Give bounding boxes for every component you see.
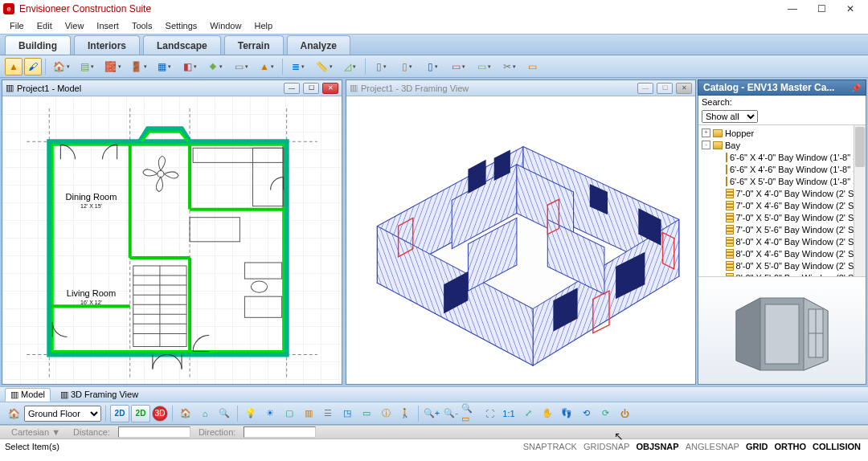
floor-selector[interactable]: Ground Floor [24,406,101,422]
tree-item[interactable]: 6'-6" X 4'-0" Bay Window (1'-8" Sid [698,151,866,163]
menu-help[interactable]: Help [249,19,277,32]
doc-minimize-button[interactable]: — [637,83,653,94]
expand-icon[interactable]: + [702,129,710,137]
brush-button[interactable]: 🖌 [24,58,42,75]
feet-button[interactable]: 👣 [558,405,575,422]
home-blue-button[interactable]: 🏠 [177,405,194,422]
zoom-to-button[interactable]: 🔍 [215,405,233,422]
cursor-button[interactable]: ▲ [5,58,23,75]
doc-close-button[interactable]: ✕ [322,83,338,94]
catalog-filter-select[interactable]: Show all [702,110,758,123]
snap-gridsnap[interactable]: GRIDSNAP [581,442,632,451]
tab-terrain[interactable]: Terrain [224,35,284,55]
catalog-scrollbar[interactable] [854,125,866,276]
rotate-l-button[interactable]: ⟲ [577,405,595,422]
tree-item[interactable]: 8'-0" X 5'-6" Bay Window (2' Side [698,271,866,277]
doc-close-button[interactable]: ✕ [676,83,692,94]
tab-interiors[interactable]: Interiors [74,35,140,55]
document-model-titlebar[interactable]: ▥ Project1 - Model — ☐ ✕ [2,80,342,96]
hand-button[interactable]: ✋ [538,405,556,422]
walk-button[interactable]: 🚶 [396,405,414,422]
snap-anglesnap[interactable]: ANGLESNAP [683,442,742,451]
cube-lines-button[interactable]: ◳ [338,405,356,422]
tree-item[interactable]: 7'-0" X 5'-0" Bay Window (2' Side [698,211,866,223]
view-2d-design-button[interactable]: 2D [131,405,150,422]
tree-item[interactable]: 7'-0" X 5'-6" Bay Window (2' Side [698,223,866,235]
menu-edit[interactable]: Edit [32,19,57,32]
box-dd-button[interactable]: ▢ [280,405,298,422]
view-2d-button[interactable]: 2D [110,405,129,422]
tv-button[interactable]: ▭ [358,405,375,422]
bricks-button[interactable]: ▤ [75,58,99,75]
zoom-fit-button[interactable]: ⛶ [481,405,498,422]
tab-analyze[interactable]: Analyze [287,35,350,55]
panel2-button[interactable]: ▭ [472,58,496,75]
home-outline-button[interactable]: ⌂ [196,405,214,422]
menu-tools[interactable]: Tools [127,19,158,32]
distance-field[interactable] [118,426,190,438]
menu-view[interactable]: View [60,19,89,32]
power-button[interactable]: ⏻ [616,405,633,422]
snap-objsnap[interactable]: OBJSNAP [633,442,681,451]
catalog-tree[interactable]: +Hopper-Bay6'-6" X 4'-0" Bay Window (1'-… [698,124,866,277]
menu-file[interactable]: File [5,19,29,32]
rotate-r-button[interactable]: ⟳ [596,405,614,422]
tree-item[interactable]: 8'-0" X 4'-0" Bay Window (2' Side [698,235,866,247]
tree-item[interactable]: 6'-6" X 4'-6" Bay Window (1'-8" Sid [698,163,866,175]
expand-icon[interactable]: - [702,141,710,149]
fence-button[interactable]: ▥ [300,405,317,422]
snap-snaptrack[interactable]: SNAPTRACK [521,442,579,451]
minimize-button[interactable]: — [778,0,807,18]
house-button[interactable]: 🏠 [49,58,73,75]
view-tab-3d-framing-view[interactable]: ▥3D Framing View [55,389,143,401]
sheet-button[interactable]: ▭ [523,58,541,75]
tree-item[interactable]: 6'-6" X 5'-0" Bay Window (1'-8" Sid [698,175,866,187]
coord-system-dropdown[interactable]: Cartesian ▼ [6,427,65,437]
column3-button[interactable]: ▯ [420,58,444,75]
building-location-icon[interactable]: 🏠 [5,405,23,422]
snap-ortho[interactable]: ORTHO [772,442,809,451]
close-button[interactable]: ✕ [836,0,865,18]
cube-button[interactable]: ◧ [178,58,202,75]
bulb-button[interactable]: ☀ [261,405,279,422]
column1-button[interactable]: ▯ [369,58,393,75]
doc-maximize-button[interactable]: ☐ [303,83,319,94]
ruler-button[interactable]: 📏 [312,58,336,75]
column2-button[interactable]: ▯ [395,58,419,75]
tree-group-hopper[interactable]: +Hopper [698,127,866,139]
window-grid-button[interactable]: ▦ [152,58,176,75]
zoom-real-button[interactable]: 1:1 [500,405,518,422]
zoom-ext-button[interactable]: ⤢ [519,405,537,422]
menu-settings[interactable]: Settings [161,19,203,32]
roof-button[interactable]: ⯁ [203,58,227,75]
snap-collision[interactable]: COLLISION [810,442,863,451]
zoom-out-button[interactable]: 🔍- [442,405,460,422]
wall-edit-button[interactable]: ▭ [229,58,253,75]
info-button[interactable]: ⓘ [377,405,395,422]
tree-item[interactable]: 7'-0" X 4'-0" Bay Window (2' Side [698,187,866,199]
lamp-button[interactable]: 💡 [242,405,260,422]
slope-button[interactable]: ◿ [338,58,362,75]
canvas-3d-framing[interactable] [346,96,695,384]
tree-item[interactable]: 7'-0" X 4'-6" Bay Window (2' Side [698,199,866,211]
menu-window[interactable]: Window [205,19,246,32]
doc-maximize-button[interactable]: ☐ [657,83,673,94]
tab-building[interactable]: Building [5,35,71,55]
tree-group-bay[interactable]: -Bay [698,139,866,151]
tree-item[interactable]: 8'-0" X 4'-6" Bay Window (2' Side [698,247,866,259]
clip-button[interactable]: ✂ [497,58,522,75]
view-3d-button[interactable]: 3D [152,406,168,422]
zoom-in-button[interactable]: 🔍+ [423,405,440,422]
direction-field[interactable] [244,426,316,438]
pin-icon[interactable]: 📌 [851,84,861,92]
maximize-button[interactable]: ☐ [807,0,836,18]
tab-landscape[interactable]: Landscape [143,35,221,55]
flame-button[interactable]: ▲ [255,58,279,75]
zoom-box-button[interactable]: 🔍▭ [461,405,479,422]
catalog-header[interactable]: Catalog - ENV13 Master Ca... 📌 [698,80,866,96]
view-tab-model[interactable]: ▥Model [5,388,51,402]
menu-insert[interactable]: Insert [92,19,124,32]
door-button[interactable]: 🚪 [126,58,150,75]
doc-minimize-button[interactable]: — [284,83,300,94]
canvas-2d-plan[interactable]: Dining Room 12' X 15' Living Room 16' X … [2,96,342,384]
